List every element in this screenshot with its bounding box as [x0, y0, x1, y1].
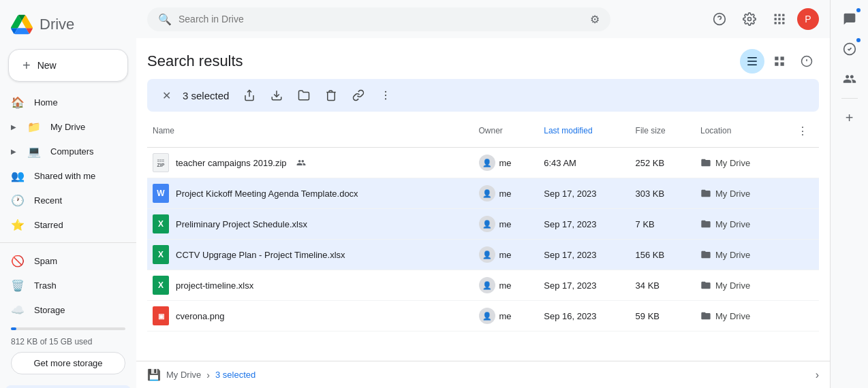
svg-rect-3: [775, 14, 777, 16]
clear-selection-button[interactable]: ✕: [155, 84, 177, 106]
sidebar-item-trash-label: Trash: [34, 280, 57, 291]
column-name[interactable]: Name: [147, 114, 474, 148]
size-cell: 156 KB: [630, 240, 695, 270]
tasks-badge: [855, 37, 862, 44]
column-file-size: File size: [630, 114, 695, 148]
location-label: My Drive: [715, 311, 750, 321]
search-input[interactable]: [179, 14, 583, 25]
svg-rect-12: [747, 57, 757, 59]
my-drive-location-icon: [700, 280, 711, 291]
people-button[interactable]: [836, 65, 863, 93]
main-content: 🔍 ⚙ P Search results: [136, 0, 830, 388]
sidebar-item-recent[interactable]: 🕐 Recent: [0, 188, 128, 212]
app-logo-area: Drive: [0, 5, 136, 46]
table-row[interactable]: W Project Kickoff Meeting Agenda Templat…: [147, 178, 819, 209]
footer-breadcrumb: 💾 My Drive › 3 selected ›: [136, 361, 830, 388]
view-info-button[interactable]: [794, 49, 819, 74]
apps-button[interactable]: [767, 7, 792, 31]
computers-icon: 💻: [27, 144, 41, 158]
get-more-storage-button[interactable]: Get more storage: [11, 352, 125, 374]
my-drive-location-icon: [700, 157, 711, 168]
sidebar-item-my-drive-label: My Drive: [50, 122, 85, 132]
list-view-button[interactable]: [740, 49, 764, 74]
date-cell: Sep 17, 2023: [538, 209, 630, 240]
owner-label: me: [499, 219, 512, 229]
table-row[interactable]: X project-timeline.xlsx 👤 me Sep 17, 202…: [147, 270, 819, 301]
new-button[interactable]: + New: [8, 49, 128, 82]
column-location: Location: [695, 114, 786, 148]
selection-toolbar: ✕ 3 selected: [147, 79, 819, 112]
sidebar-item-computers[interactable]: ▶ 💻 Computers: [0, 139, 128, 163]
sidebar-item-storage[interactable]: ☁️ Storage: [0, 297, 128, 322]
owner-label: me: [499, 250, 512, 260]
file-name-label: teacher campaigns 2019.zip: [176, 158, 287, 168]
drive-logo-icon: [11, 14, 33, 35]
column-more: ⋮: [786, 114, 819, 148]
svg-rect-14: [747, 65, 757, 66]
copy-link-button[interactable]: [346, 83, 371, 108]
owner-avatar: 👤: [479, 308, 495, 324]
content-area: Search results ✕ 3 selected: [136, 38, 830, 361]
share-button[interactable]: [237, 83, 262, 108]
sidebar-item-starred[interactable]: ⭐ Starred: [0, 212, 128, 237]
row-more-cell: ⋮: [786, 240, 819, 270]
my-drive-icon: 📁: [27, 120, 41, 133]
table-row[interactable]: X CCTV Upgrage Plan - Project Timeline.x…: [147, 240, 819, 270]
add-app-button[interactable]: +: [836, 104, 863, 131]
owner-avatar: 👤: [479, 246, 495, 263]
table-row[interactable]: ≡≡≡ZIP teacher campaigns 2019.zip 👤 me 6…: [147, 148, 819, 178]
sidebar-item-spam[interactable]: 🚫 Spam: [0, 248, 128, 273]
sidebar-item-computers-label: Computers: [50, 146, 94, 157]
sidebar-item-starred-label: Starred: [34, 220, 63, 230]
sidebar-item-my-drive[interactable]: ▶ 📁 My Drive: [0, 114, 128, 139]
right-panel: +: [830, 0, 868, 388]
user-avatar[interactable]: P: [797, 8, 819, 30]
search-filter-icon[interactable]: ⚙: [590, 13, 600, 26]
file-name-label: cverona.png: [176, 311, 225, 321]
file-name-cell: X CCTV Upgrage Plan - Project Timeline.x…: [153, 245, 468, 264]
topbar: 🔍 ⚙ P: [136, 0, 830, 38]
owner-avatar: 👤: [479, 216, 495, 232]
chat-button[interactable]: [836, 5, 863, 33]
location-cell: My Drive: [700, 280, 781, 291]
table-row[interactable]: ▣ cverona.png 👤 me Sep 16, 2023 59 KB My…: [147, 301, 819, 332]
more-actions-button[interactable]: [373, 83, 398, 108]
settings-button[interactable]: [737, 7, 762, 31]
share-icon: [243, 89, 255, 101]
download-toolbar-button[interactable]: [264, 83, 289, 108]
svg-rect-6: [775, 18, 777, 20]
sidebar-item-home-label: Home: [34, 97, 58, 108]
storage-bar-fill: [11, 327, 16, 330]
table-row[interactable]: X Preliminary Project Schedule.xlsx 👤 me…: [147, 209, 819, 240]
grid-view-button[interactable]: [767, 49, 792, 74]
footer-expand-button[interactable]: ›: [816, 369, 819, 381]
column-last-modified[interactable]: Last modified: [538, 114, 630, 148]
column-options-button[interactable]: ⋮: [792, 120, 813, 142]
svg-point-24: [385, 91, 386, 93]
delete-button[interactable]: [319, 83, 343, 108]
svg-rect-16: [781, 56, 784, 60]
file-icon-xls: X: [153, 276, 169, 295]
get-desktop-banner: ✕ Get Drive for desktop Download: [5, 385, 131, 388]
storage-used-text: 812 KB of 15 GB used: [11, 337, 125, 346]
file-icon-zip: ≡≡≡ZIP: [153, 153, 169, 172]
my-drive-expand-icon: ▶: [11, 123, 16, 131]
tasks-button[interactable]: [836, 35, 863, 63]
location-cell: My Drive: [700, 249, 781, 260]
sidebar-item-trash[interactable]: 🗑️ Trash: [0, 273, 128, 297]
storage-icon: ☁️: [11, 303, 25, 317]
view-controls: [740, 49, 819, 74]
footer-my-drive-label[interactable]: My Drive: [166, 370, 201, 380]
location-cell: My Drive: [700, 310, 781, 321]
sidebar-item-home[interactable]: 🏠 Home: [0, 90, 128, 114]
app-title: Drive: [40, 16, 74, 33]
computers-expand-icon: ▶: [11, 148, 16, 155]
new-button-label: New: [37, 60, 57, 71]
search-bar[interactable]: 🔍 ⚙: [147, 7, 610, 31]
sidebar-item-shared-with-me[interactable]: 👥 Shared with me: [0, 163, 128, 188]
spam-icon: 🚫: [11, 254, 25, 268]
file-name-cell: X project-timeline.xlsx: [153, 276, 468, 295]
info-icon: [801, 55, 813, 67]
move-button[interactable]: [292, 83, 316, 108]
help-button[interactable]: [707, 7, 732, 31]
